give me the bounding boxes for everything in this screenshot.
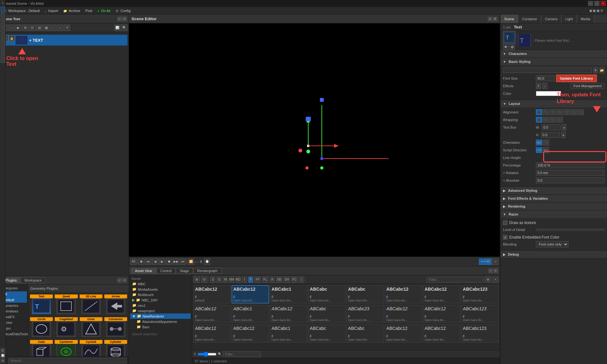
font-card-2-1[interactable]: ABCabc12 F Open-Sans-Bo... <box>193 305 231 323</box>
plugin-cogwheel[interactable]: Cogwheel ⚙ <box>54 316 78 338</box>
asset-search-add[interactable]: + <box>492 276 499 283</box>
search-btn[interactable]: 🔍 <box>121 25 127 31</box>
font-filter-ff[interactable]: FF <box>254 276 261 283</box>
script-ltr-btn[interactable]: LTR <box>536 147 542 153</box>
vp-btn-chart[interactable]: 📊 <box>1 353 5 358</box>
scene-tree-expand[interactable]: ⤢ <box>117 17 122 21</box>
vp-btn-settings[interactable]: ⚙ <box>1 358 5 363</box>
asset-tree-abandoned[interactable]: 📁 AbandonedApparteme <box>130 319 191 324</box>
asset-tool-2[interactable]: ⊟ <box>201 276 207 283</box>
font-card-3-2[interactable]: ABCabc12 F Open-Sans-Bo... <box>232 325 269 343</box>
plugins-expand[interactable]: ⤢ <box>117 278 122 282</box>
basic-styling-header[interactable]: ▼ Basic Styling <box>500 58 607 65</box>
vp-btn-2[interactable] <box>1 13 5 17</box>
archive-menu[interactable]: 📁 Archive <box>61 8 83 13</box>
post-menu[interactable]: Post <box>83 8 95 13</box>
zoom-btn[interactable]: ⟷ 50 <box>479 258 492 265</box>
plugin-cycloid[interactable]: Cycloid <box>79 338 103 356</box>
grid1-btn[interactable]: ⊞ <box>22 25 28 31</box>
vp-btn-7[interactable] <box>1 38 5 43</box>
vp-btn-5[interactable] <box>1 28 5 33</box>
right-tab-media[interactable]: Media <box>577 15 594 23</box>
chart-btn[interactable]: 📊 <box>114 25 120 31</box>
orient-h-btn[interactable]: abc <box>536 140 542 145</box>
wrap-word-btn[interactable]: ⬛ <box>543 117 549 123</box>
plugins-close[interactable]: ✕ <box>122 278 127 282</box>
plugin-cyclotron[interactable]: Cyclotron <box>54 338 78 356</box>
align-btn[interactable]: ▤ <box>36 25 42 31</box>
percentage-input[interactable] <box>536 162 604 168</box>
vp-btn-1[interactable] <box>1 7 5 12</box>
align-left-btn[interactable]: ⬛ <box>536 109 542 115</box>
font-card-1-4[interactable]: ABCabc F Open-Sans-Bo... <box>308 285 346 303</box>
font-card-2-2[interactable]: ABCabc1 F Open-Sans-Bo... <box>232 305 269 323</box>
align-justify-btn[interactable]: ⬛ <box>557 109 563 115</box>
play-btn[interactable]: ▶ <box>15 25 21 31</box>
font-filter-f[interactable]: F <box>248 276 253 283</box>
font-management-btn[interactable]: Font Management <box>571 83 604 89</box>
right-tab-container[interactable]: Container <box>518 15 541 23</box>
font-load-btn[interactable]: 📂 <box>599 67 604 73</box>
play-all-btn[interactable]: All <box>130 258 137 265</box>
vp-btn-9[interactable] <box>1 48 5 53</box>
fit-btn[interactable]: ⤢ <box>492 258 499 265</box>
font-select-btn[interactable]: ▼ <box>593 67 598 73</box>
embedded-font-checkbox[interactable] <box>503 235 507 240</box>
plugin-circle[interactable]: Circle <box>29 316 54 338</box>
font-card-3-4[interactable]: ABCabc F Open-Sans-Bo... <box>308 325 346 343</box>
plugin-2dline[interactable]: 2D Line <box>79 293 103 316</box>
right-thumb-settings[interactable]: ⚙ <box>509 44 515 50</box>
on-air-menu[interactable]: ● On Air <box>95 8 113 13</box>
plugin-quad[interactable]: Quad <box>54 293 78 316</box>
step-forward-btn[interactable]: ▶▶ <box>173 258 179 265</box>
tree-item-text[interactable]: 👁 🔒 T + TEXT <box>1 35 127 46</box>
filter-slider[interactable] <box>198 352 217 357</box>
font-effects-header[interactable]: ▶ Font Effects & Variables <box>500 195 607 202</box>
right-thumb-1[interactable]: T <box>503 31 516 44</box>
close-btn[interactable]: ✕ <box>601 1 606 6</box>
plugin-connector[interactable]: Connector <box>103 316 128 338</box>
asset-tree-newrenderer[interactable]: ▼ 📁 NewRenderer <box>130 313 191 319</box>
maximize-btn[interactable]: □ <box>594 1 599 6</box>
align-middle-btn[interactable]: ⬛ <box>571 109 577 115</box>
wrap-none-btn[interactable]: ⬛ <box>536 117 542 123</box>
font-card-3-5[interactable]: ABCabc F Open-Sans-Bo... <box>346 325 384 343</box>
font-filter-g[interactable]: G <box>217 276 222 283</box>
font-filter-fc[interactable]: FC <box>291 276 297 283</box>
workspace-menu[interactable]: ⊞ Workspace - Default <box>1 8 42 13</box>
align-right-btn[interactable]: ⬛ <box>550 109 556 115</box>
font-card-2-4[interactable]: ABCabc F Open-Sans-Bo... <box>308 305 346 323</box>
asset-tree-newproject[interactable]: 📁 newproject <box>130 308 191 313</box>
scene-editor-expand[interactable]: ⤢ <box>488 17 492 21</box>
font-filter-s[interactable]: S <box>210 276 215 283</box>
orient-v-btn[interactable]: ⬛ <box>543 140 549 145</box>
font-card-1-5[interactable]: ABCabc F Open-Sans-Bo... <box>346 285 384 303</box>
asset-search-input[interactable] <box>426 277 483 282</box>
remove-btn[interactable]: − <box>8 25 15 31</box>
font-card-1-2[interactable]: ABCabc12 F Open-Sans-Bo... <box>232 285 269 303</box>
right-tab-scene[interactable]: Scene <box>500 15 518 23</box>
blending-dropdown[interactable]: Font color only <box>536 241 568 247</box>
font-card-1-6[interactable]: ABCabc12 F Open-Sans-Bo... <box>385 285 422 303</box>
vp-btn-3[interactable] <box>1 18 5 22</box>
plugin-search-input[interactable] <box>8 358 127 363</box>
asset-close[interactable]: ✕ <box>494 269 498 273</box>
asset-search-settings[interactable]: ⚙ <box>485 276 491 283</box>
play-transport-btn[interactable]: ▶ <box>159 258 165 265</box>
font-filter-md[interactable]: MD <box>236 276 241 283</box>
scene-editor-close[interactable]: ✕ <box>493 17 497 21</box>
import-menu[interactable]: ↓ Import <box>42 8 61 13</box>
prev-btn[interactable]: ← <box>50 25 56 31</box>
asset-expand[interactable]: ⤢ <box>488 269 493 273</box>
right-tab-light[interactable]: Light <box>561 15 577 23</box>
vp-btn-6[interactable] <box>1 33 5 38</box>
asset-tool-1[interactable]: ⊞ <box>193 276 200 283</box>
font-filter-a[interactable]: A <box>270 276 275 283</box>
align-center-btn[interactable]: ⬛ <box>543 109 549 115</box>
vp-btn-10[interactable] <box>1 53 5 58</box>
keyframe-btn[interactable]: ⌚ <box>204 258 210 265</box>
layout-header[interactable]: ▼ Layout <box>500 100 607 107</box>
font-card-2-7[interactable]: ABCabc12 F Open-Sans-Bo... <box>423 305 460 323</box>
align2-btn[interactable]: ▦ <box>43 25 49 31</box>
textbox-h-up[interactable]: ▲ <box>561 132 566 138</box>
